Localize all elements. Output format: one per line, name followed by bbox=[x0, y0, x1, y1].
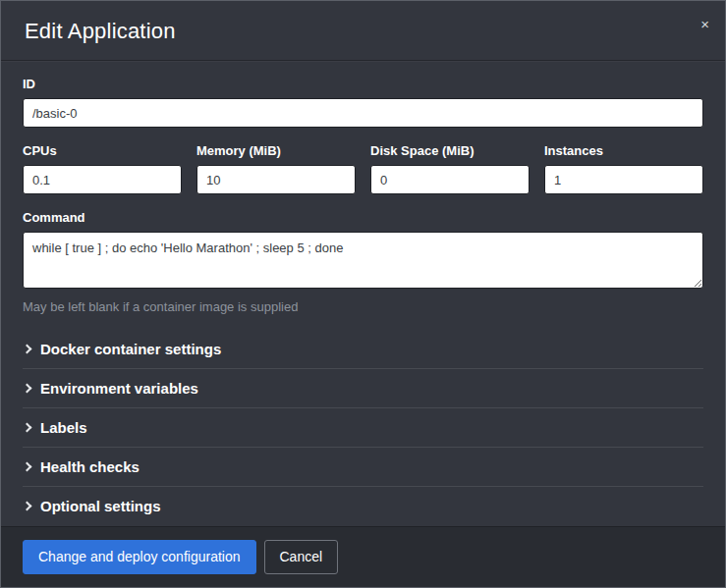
section-label: Environment variables bbox=[40, 380, 198, 397]
memory-label: Memory (MiB) bbox=[196, 143, 356, 158]
instances-field-group: Instances bbox=[544, 143, 703, 194]
id-field-group: ID bbox=[23, 77, 703, 128]
collapsible-sections: Docker container settings Environment va… bbox=[23, 330, 703, 525]
command-textarea[interactable]: while [ true ] ; do echo 'Hello Marathon… bbox=[23, 232, 703, 289]
disk-label: Disk Space (MiB) bbox=[370, 143, 530, 158]
section-label: Optional settings bbox=[40, 498, 161, 514]
page-title: Edit Application bbox=[25, 19, 701, 44]
section-label: Health checks bbox=[40, 458, 140, 475]
command-label: Command bbox=[23, 210, 703, 225]
section-health-checks[interactable]: Health checks bbox=[23, 447, 703, 486]
disk-field[interactable] bbox=[370, 165, 530, 194]
chevron-right-icon bbox=[23, 423, 32, 433]
chevron-right-icon bbox=[23, 462, 32, 472]
section-environment-variables[interactable]: Environment variables bbox=[23, 368, 703, 407]
section-label: Docker container settings bbox=[40, 341, 221, 357]
section-label: Labels bbox=[40, 419, 87, 436]
modal-header: Edit Application × bbox=[1, 1, 725, 61]
command-field-group: Command while [ true ] ; do echo 'Hello … bbox=[23, 210, 703, 314]
instances-field[interactable] bbox=[544, 165, 703, 194]
section-optional-settings[interactable]: Optional settings bbox=[23, 486, 703, 525]
section-docker-container-settings[interactable]: Docker container settings bbox=[23, 330, 703, 368]
modal-footer: Change and deploy configuration Cancel bbox=[1, 526, 725, 587]
disk-field-group: Disk Space (MiB) bbox=[370, 143, 530, 194]
section-labels[interactable]: Labels bbox=[23, 407, 703, 447]
chevron-right-icon bbox=[23, 384, 32, 394]
edit-application-modal: Edit Application × ID CPUs Memory (MiB) … bbox=[0, 0, 726, 588]
resource-field-row: CPUs Memory (MiB) Disk Space (MiB) Insta… bbox=[23, 143, 703, 194]
close-icon[interactable]: × bbox=[700, 17, 709, 31]
memory-field-group: Memory (MiB) bbox=[196, 143, 356, 194]
instances-label: Instances bbox=[544, 143, 703, 158]
cpus-field-group: CPUs bbox=[23, 143, 182, 194]
cancel-button[interactable]: Cancel bbox=[264, 540, 339, 574]
chevron-right-icon bbox=[23, 345, 32, 354]
change-and-deploy-button[interactable]: Change and deploy configuration bbox=[23, 540, 256, 574]
cpus-field[interactable] bbox=[23, 165, 182, 194]
cpus-label: CPUs bbox=[23, 143, 182, 158]
chevron-right-icon bbox=[23, 502, 32, 511]
memory-field[interactable] bbox=[196, 165, 356, 194]
id-field[interactable] bbox=[23, 98, 703, 128]
id-label: ID bbox=[23, 77, 703, 91]
modal-body: ID CPUs Memory (MiB) Disk Space (MiB) In… bbox=[1, 61, 725, 526]
command-help-text: May be left blank if a container image i… bbox=[23, 299, 703, 314]
